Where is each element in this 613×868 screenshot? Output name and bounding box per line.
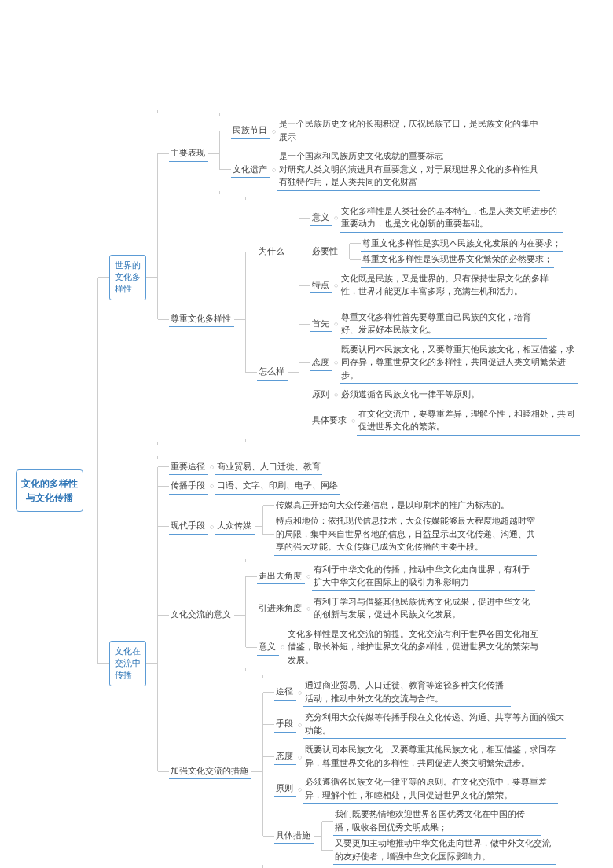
leaf: 尊重文化多样性是实现世界文化繁荣的必然要求； bbox=[361, 252, 554, 268]
leaf: 文化多样性是文化交流的前提。文化交流有利于世界各国文化相互借鉴，取长补短，维护世… bbox=[286, 627, 541, 669]
node-exchange-meaning: 文化交流的意义 bbox=[169, 607, 234, 623]
node-m-principle: 原则 bbox=[274, 781, 296, 797]
node-out: 走出去角度 bbox=[257, 568, 305, 585]
leaf: 充分利用大众传媒等传播手段在文化传递、沟通、共享等方面的强大功能。 bbox=[303, 710, 566, 739]
node-feature: 特点 bbox=[310, 278, 332, 294]
leaf: 商业贸易、人口迁徙、教育 bbox=[215, 459, 322, 476]
root-node: 文化的多样性 与文化传播 bbox=[16, 469, 83, 512]
node-necessity: 必要性 bbox=[310, 244, 341, 260]
node-first: 首先 bbox=[310, 316, 332, 333]
leaf: 有利于学习与借鉴其他民族优秀文化成果，促进中华文化的创新与发展，促进本民族文化发… bbox=[312, 594, 535, 623]
mindmap: 文化的多样性 与文化传播 世界的 文化多 样性 主要表现 民族节日○是一个民族历… bbox=[16, 16, 597, 868]
node-m-attitude: 态度 bbox=[274, 748, 296, 765]
node-attitude: 态度 bbox=[310, 355, 332, 371]
leaf: 有利于中华文化的传播，推动中华文化走向世界，有利于扩大中华文化在国际上的吸引力和… bbox=[312, 562, 535, 591]
node-spread-means: 传播手段 bbox=[169, 478, 208, 495]
leaf: 尊重文化多样性是实现本民族文化发展的内在要求； bbox=[361, 236, 563, 252]
leaf: 传媒真正开始向大众传递信息，是以印刷术的推广为标志的。 bbox=[274, 498, 511, 514]
node-requirement: 具体要求 bbox=[310, 413, 350, 429]
node-m-path: 途径 bbox=[274, 684, 296, 701]
node-mass-media: 大众传媒 bbox=[215, 518, 255, 535]
node-m-concrete: 具体措施 bbox=[274, 828, 314, 844]
leaf: 是一个民族历史文化的长期积淀，庆祝民族节日，是民族文化的集中展示 bbox=[277, 116, 540, 145]
leaf: 我们既要热情地欢迎世界各国优秀文化在中国的传播，吸收各国优秀文明成果； bbox=[333, 807, 541, 836]
node-in: 引进来角度 bbox=[257, 601, 305, 617]
leaf: 必须遵循各民族文化一律平等的原则。在文化交流中，要尊重差异，理解个性，和睦相处，… bbox=[303, 774, 558, 804]
node-principle: 原则 bbox=[310, 387, 332, 403]
leaf: 必须遵循各民族文化一律平等原则。 bbox=[340, 387, 481, 403]
leaf: 是一个国家和民族历史文化成就的重要标志 对研究人类文明的演进具有重要意义，对于展… bbox=[277, 149, 540, 191]
node-ethnic-festival: 民族节日 bbox=[231, 123, 270, 139]
leaf: 又要更加主动地推动中华文化走向世界，做中外文化交流的友好使者，增强中华文化国际影… bbox=[333, 836, 556, 865]
node-sig: 意义 bbox=[257, 639, 279, 656]
leaf: 特点和地位：依托现代信息技术，大众传媒能够最大程度地超越时空的局限，集中来自世界… bbox=[274, 513, 537, 556]
leaf: 通过商业贸易、人口迁徙、教育等途径多种文化传播活动，推动中外文化的交流与合作。 bbox=[303, 678, 511, 707]
node-main-expression: 主要表现 bbox=[169, 145, 208, 162]
leaf: 既要认同本民族文化，又要尊重其他民族文化，相互借鉴，求同存异，尊重世界文化的多样… bbox=[303, 742, 566, 771]
branch-culture-spread: 文化在 交流中 传播 bbox=[109, 641, 146, 686]
leaf: 文化多样性是人类社会的基本特征，也是人类文明进步的重要动力，也是文化创新的重要基… bbox=[340, 204, 563, 233]
node-respect-diversity: 尊重文化多样性 bbox=[169, 311, 234, 328]
node-cultural-heritage: 文化遗产 bbox=[231, 162, 270, 178]
node-meaning: 意义 bbox=[310, 210, 332, 226]
leaf: 在文化交流中，要尊重差异，理解个性，和睦相处，共同促进世界文化的繁荣。 bbox=[357, 406, 580, 436]
node-modern-means: 现代手段 bbox=[169, 518, 208, 535]
node-m-means: 手段 bbox=[274, 716, 296, 733]
node-measures: 加强文化交流的措施 bbox=[169, 763, 251, 780]
node-main-path: 重要途径 bbox=[169, 459, 208, 476]
branch-world-diversity: 世界的 文化多 样性 bbox=[109, 255, 146, 300]
leaf: 文化既是民族，又是世界的。只有保持世界文化的多样性，世界才能更加丰富多彩，充满生… bbox=[340, 271, 563, 300]
leaf: 既要认同本民族文化，又要尊重其他民族文化，相互借鉴，求同存异，尊重世界文化的多样… bbox=[340, 342, 578, 384]
node-how: 怎么样 bbox=[257, 364, 288, 381]
node-why: 为什么 bbox=[257, 244, 288, 260]
leaf: 尊重文化多样性首先要尊重自己民族的文化，培育好、发展好本民族文化。 bbox=[340, 310, 547, 339]
leaf: 口语、文字、印刷、电子、网络 bbox=[215, 478, 340, 495]
